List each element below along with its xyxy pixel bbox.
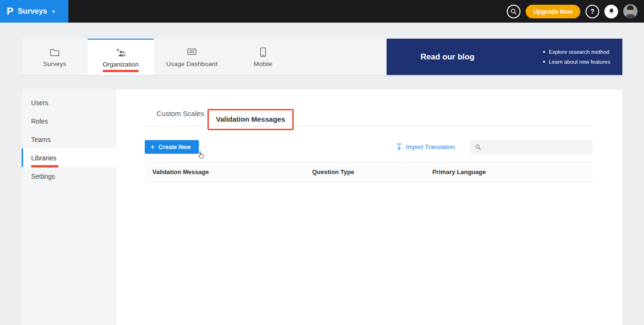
folder-icon bbox=[50, 47, 60, 57]
avatar-photo bbox=[623, 4, 637, 18]
notifications-button[interactable] bbox=[604, 5, 618, 18]
chevron-down-icon: ▾ bbox=[52, 8, 55, 15]
toolbar: + Create New Import Translation bbox=[145, 140, 593, 154]
product-switcher[interactable]: P Surveys ▾ bbox=[0, 0, 68, 23]
create-new-button[interactable]: + Create New bbox=[145, 140, 199, 154]
primary-nav: Surveys Organization bbox=[22, 39, 622, 75]
blog-bullet-list: Explore research method Learn about new … bbox=[543, 47, 610, 67]
libraries-content: Custom Scales Validation Messages + Crea… bbox=[145, 90, 593, 325]
tab-custom-scales[interactable]: Custom Scales bbox=[157, 109, 204, 117]
nav-tab-usage-dashboard[interactable]: Usage Dashboard bbox=[154, 39, 230, 75]
sidebar-item-settings[interactable]: Settings bbox=[22, 167, 116, 185]
user-avatar[interactable] bbox=[623, 4, 637, 18]
people-plus-icon bbox=[115, 47, 126, 58]
brand-logo-icon: P bbox=[7, 6, 14, 17]
top-bar: P Surveys ▾ Upgrade Now ? bbox=[0, 0, 644, 23]
nav-tab-label: Organization bbox=[103, 61, 139, 68]
nav-tab-mobile[interactable]: Mobile bbox=[230, 39, 296, 75]
sidebar-item-label: Teams bbox=[31, 136, 50, 143]
question-mark-icon: ? bbox=[590, 8, 594, 15]
dashboard-icon bbox=[187, 47, 197, 57]
sidebar-item-users[interactable]: Users bbox=[22, 93, 116, 112]
blog-panel: Read our blog Explore research method Le… bbox=[387, 39, 622, 75]
nav-tab-label: Usage Dashboard bbox=[166, 60, 218, 67]
table-search[interactable] bbox=[470, 140, 593, 154]
blog-bullet: Explore research method bbox=[543, 47, 610, 57]
sidebar-item-label: Users bbox=[31, 99, 49, 107]
create-new-label: Create New bbox=[158, 144, 190, 150]
import-icon bbox=[396, 143, 403, 150]
plus-icon: + bbox=[150, 143, 155, 151]
search-icon bbox=[510, 8, 517, 15]
topbar-actions: Upgrade Now ? bbox=[507, 0, 637, 23]
blog-bullet: Learn about new features bbox=[543, 57, 610, 67]
column-header-primary-language: Primary Language bbox=[432, 168, 593, 175]
main-card: Users Roles Teams Libraries Settings Cus… bbox=[22, 90, 622, 325]
library-tabs: Custom Scales Validation Messages bbox=[145, 90, 593, 126]
search-icon bbox=[475, 144, 481, 150]
search-input[interactable] bbox=[485, 144, 584, 151]
screen: P Surveys ▾ Upgrade Now ? bbox=[0, 0, 644, 325]
sidebar-item-libraries[interactable]: Libraries bbox=[22, 149, 116, 167]
sidebar-item-label: Settings bbox=[31, 173, 55, 180]
upgrade-now-button[interactable]: Upgrade Now bbox=[526, 5, 580, 18]
nav-tab-surveys[interactable]: Surveys bbox=[22, 39, 88, 75]
sidebar-item-teams[interactable]: Teams bbox=[22, 130, 116, 149]
annotation-box-validation-messages: Validation Messages bbox=[207, 109, 294, 130]
sidebar-item-roles[interactable]: Roles bbox=[22, 112, 116, 130]
nav-tab-organization[interactable]: Organization bbox=[88, 39, 154, 75]
bell-icon bbox=[608, 8, 615, 15]
mobile-icon bbox=[260, 47, 266, 57]
sidebar-item-label: Libraries bbox=[31, 154, 57, 162]
column-header-validation-message: Validation Message bbox=[145, 168, 312, 175]
sidebar-item-label: Roles bbox=[31, 117, 48, 125]
tab-validation-messages[interactable]: Validation Messages bbox=[216, 115, 285, 123]
product-name: Surveys bbox=[18, 7, 47, 16]
search-button[interactable] bbox=[507, 5, 520, 18]
import-translation-label: Import Translation bbox=[406, 143, 455, 150]
column-header-question-type: Question Type bbox=[312, 168, 432, 175]
import-translation-link[interactable]: Import Translation bbox=[396, 143, 455, 150]
help-button[interactable]: ? bbox=[586, 5, 599, 18]
annotation-underline-organization bbox=[103, 70, 139, 72]
settings-sidebar: Users Roles Teams Libraries Settings bbox=[22, 90, 116, 325]
table-header-row: Validation Message Question Type Primary… bbox=[145, 161, 593, 183]
nav-tab-label: Mobile bbox=[254, 60, 272, 67]
blog-title[interactable]: Read our blog bbox=[421, 52, 474, 62]
nav-tab-label: Surveys bbox=[43, 60, 66, 67]
